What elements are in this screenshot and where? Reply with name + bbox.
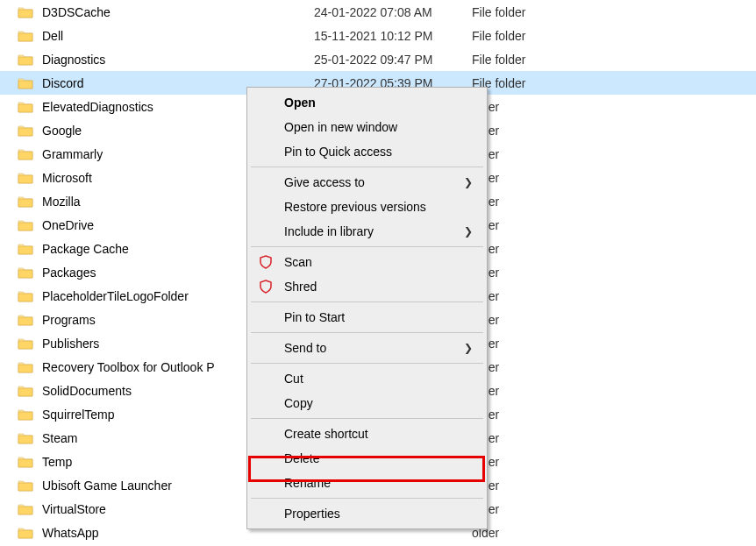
folder-icon	[18, 194, 33, 209]
context-menu-label: Pin to Quick access	[284, 145, 392, 159]
folder-icon	[18, 501, 33, 517]
folder-icon	[18, 217, 33, 233]
context-menu-separator	[251, 418, 483, 419]
context-menu-properties[interactable]: Properties	[249, 501, 485, 526]
folder-icon	[18, 454, 33, 470]
folder-icon	[18, 28, 33, 44]
file-type: older	[472, 100, 577, 114]
context-menu-create-shortcut[interactable]: Create shortcut	[249, 422, 485, 446]
folder-icon	[18, 123, 33, 138]
folder-icon	[18, 359, 33, 375]
file-type: older	[472, 195, 577, 209]
file-type: older	[472, 242, 577, 256]
context-menu-label: Delete	[284, 451, 319, 465]
file-type: older	[472, 289, 577, 303]
folder-icon	[18, 478, 33, 493]
context-menu-label: Send to	[284, 341, 326, 355]
folder-icon	[18, 336, 33, 351]
context-menu-label: Scan	[284, 255, 312, 269]
folder-icon	[18, 430, 33, 446]
submenu-arrow-icon: ❯	[464, 176, 473, 188]
context-menu-rename[interactable]: Rename	[249, 471, 485, 495]
file-type: older	[472, 360, 577, 374]
context-menu: Open Open in new window Pin to Quick acc…	[246, 87, 488, 529]
file-type: older	[472, 147, 577, 161]
context-menu-label: Properties	[284, 507, 340, 521]
context-menu-label: Create shortcut	[284, 427, 368, 441]
context-menu-include-in-library[interactable]: Include in library❯	[249, 219, 485, 244]
file-type: older	[472, 455, 577, 469]
folder-icon	[18, 170, 33, 186]
folder-icon	[18, 99, 33, 115]
submenu-arrow-icon: ❯	[464, 225, 473, 238]
folder-icon	[18, 312, 33, 328]
folder-icon	[18, 4, 33, 20]
folder-icon	[18, 265, 33, 280]
file-type: File folder	[472, 29, 577, 43]
context-menu-send-to[interactable]: Send to❯	[249, 336, 485, 360]
folder-icon	[18, 146, 33, 162]
file-type: older	[472, 408, 577, 422]
file-row[interactable]: Dell15-11-2021 10:12 PMFile folder	[0, 24, 756, 47]
context-menu-shred[interactable]: Shred	[249, 274, 485, 299]
folder-icon	[18, 52, 33, 67]
context-menu-label: Copy	[284, 396, 313, 410]
file-type: older	[472, 218, 577, 232]
context-menu-pin-quick-access[interactable]: Pin to Quick access	[249, 139, 485, 164]
context-menu-separator	[251, 363, 483, 364]
context-menu-delete[interactable]: Delete	[249, 446, 485, 471]
file-type: File folder	[472, 53, 577, 67]
file-type: older	[472, 266, 577, 280]
folder-icon	[18, 525, 33, 541]
file-type: File folder	[472, 5, 577, 19]
folder-icon	[18, 383, 33, 399]
file-type: older	[472, 384, 577, 398]
shield-icon	[258, 279, 274, 294]
context-menu-label: Give access to	[284, 175, 365, 189]
file-type: older	[472, 431, 577, 445]
context-menu-label: Restore previous versions	[284, 200, 426, 214]
folder-icon	[18, 75, 33, 91]
submenu-arrow-icon: ❯	[464, 342, 473, 354]
file-row[interactable]: Diagnostics25-01-2022 09:47 PMFile folde…	[0, 47, 756, 71]
context-menu-label: Pin to Start	[284, 310, 345, 324]
file-name: Diagnostics	[42, 53, 314, 67]
context-menu-separator	[251, 332, 483, 333]
file-date: 15-11-2021 10:12 PM	[314, 29, 472, 43]
file-type: older	[472, 124, 577, 138]
file-type: older	[472, 479, 577, 493]
file-type: File folder	[472, 76, 577, 90]
context-menu-separator	[251, 246, 483, 247]
context-menu-label: Cut	[284, 372, 303, 386]
file-date: 25-01-2022 09:47 PM	[314, 53, 472, 67]
file-type: older	[472, 526, 577, 540]
file-name: Dell	[42, 29, 314, 43]
file-type: older	[472, 313, 577, 327]
file-row[interactable]: D3DSCache24-01-2022 07:08 AMFile folder	[0, 0, 756, 24]
file-type: older	[472, 337, 577, 351]
context-menu-separator	[251, 167, 483, 167]
context-menu-restore-previous[interactable]: Restore previous versions	[249, 195, 485, 219]
context-menu-open[interactable]: Open	[249, 90, 485, 115]
file-name: D3DSCache	[42, 5, 314, 19]
context-menu-label: Open	[284, 96, 316, 110]
file-type: older	[472, 502, 577, 516]
context-menu-pin-to-start[interactable]: Pin to Start	[249, 305, 485, 330]
context-menu-copy[interactable]: Copy	[249, 391, 485, 415]
context-menu-label: Open in new window	[284, 120, 397, 134]
context-menu-separator	[251, 498, 483, 499]
context-menu-label: Rename	[284, 476, 331, 490]
context-menu-scan[interactable]: Scan	[249, 250, 485, 274]
context-menu-cut[interactable]: Cut	[249, 366, 485, 391]
context-menu-label: Shred	[284, 280, 317, 294]
folder-icon	[18, 288, 33, 304]
shield-icon	[258, 254, 274, 270]
folder-icon	[18, 407, 33, 422]
context-menu-label: Include in library	[284, 224, 374, 238]
context-menu-give-access-to[interactable]: Give access to❯	[249, 170, 485, 195]
folder-icon	[18, 241, 33, 257]
file-type: older	[472, 171, 577, 185]
context-menu-separator	[251, 301, 483, 302]
context-menu-open-new-window[interactable]: Open in new window	[249, 115, 485, 139]
file-date: 24-01-2022 07:08 AM	[314, 5, 472, 19]
